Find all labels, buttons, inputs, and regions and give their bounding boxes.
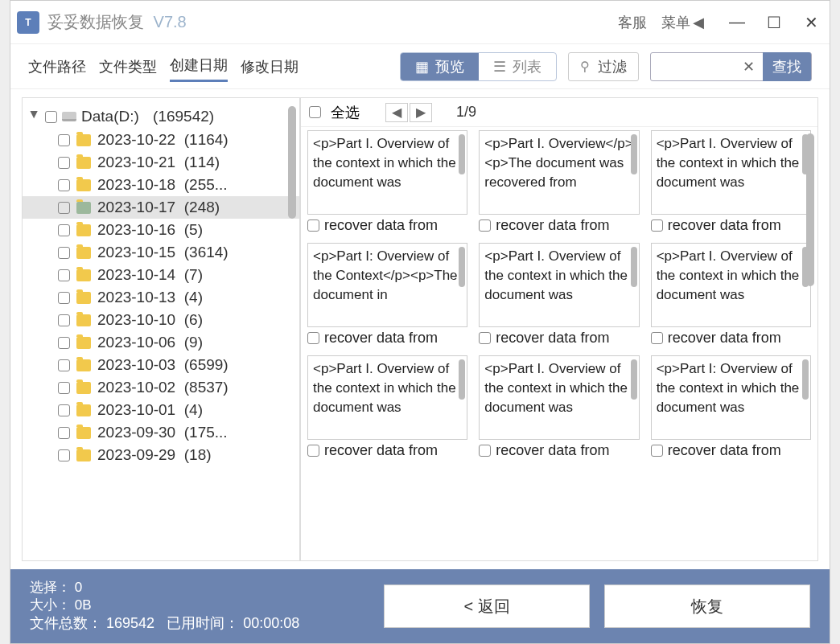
file-checkbox[interactable] [651, 445, 663, 457]
thumb-scrollbar[interactable] [631, 134, 637, 174]
file-card[interactable]: <p>Part I. Overview of the context in wh… [651, 243, 811, 349]
checkbox[interactable] [58, 247, 70, 259]
checkbox[interactable] [58, 337, 70, 349]
file-card[interactable]: <p>Part I: Overview of the Context</p><p… [307, 243, 467, 349]
file-checkbox[interactable] [651, 219, 663, 232]
file-checkbox[interactable] [307, 445, 319, 457]
tab-file-path[interactable]: 文件路径 [28, 52, 86, 81]
checkbox[interactable] [45, 111, 57, 123]
tab-create-date[interactable]: 创建日期 [170, 51, 228, 82]
file-checkbox[interactable] [479, 219, 491, 232]
footer: 选择： 0 大小： 0B 文件总数： 169542 已用时间： 00:00:08… [10, 569, 830, 643]
folder-node[interactable]: 2023-10-10 (6) [23, 309, 299, 331]
grid-scrollbar[interactable] [806, 133, 814, 286]
checkbox[interactable] [58, 269, 70, 281]
main-panel: 全选 ◀ ▶ 1/9 <p>Part I. Overview of the co… [300, 97, 818, 561]
file-preview: <p>Part I. Overview of the context in wh… [479, 243, 639, 327]
drive-node[interactable]: ▶ Data(D:) (169542) [23, 105, 299, 129]
folder-node[interactable]: 2023-10-21 (114) [23, 151, 299, 174]
filter-icon: ⚲ [580, 59, 590, 74]
folder-node[interactable]: 2023-09-29 (18) [23, 444, 299, 466]
folder-icon [76, 449, 91, 461]
thumb-scrollbar[interactable] [459, 247, 465, 287]
checkbox[interactable] [58, 359, 70, 371]
folder-icon [76, 292, 91, 304]
folder-node[interactable]: 2023-10-01 (4) [23, 399, 299, 421]
close-button[interactable]: ✕ [793, 4, 830, 41]
folder-node[interactable]: 2023-10-16 (5) [23, 219, 299, 241]
checkbox[interactable] [58, 202, 70, 214]
tab-modify-date[interactable]: 修改日期 [241, 52, 299, 81]
folder-node[interactable]: 2023-10-13 (4) [23, 286, 299, 309]
maximize-button[interactable]: ☐ [756, 4, 793, 41]
folder-icon [76, 337, 91, 349]
checkbox[interactable] [58, 314, 70, 326]
checkbox[interactable] [58, 404, 70, 416]
checkbox[interactable] [58, 427, 70, 439]
file-name: recover data from [324, 442, 438, 459]
grid-icon: ▦ [415, 58, 429, 76]
preview-view-button[interactable]: ▦预览 [401, 53, 479, 80]
thumb-scrollbar[interactable] [802, 359, 809, 400]
folder-label: 2023-10-10 (6) [97, 311, 203, 329]
folder-node[interactable]: 2023-10-15 (3614) [23, 241, 299, 264]
checkbox[interactable] [58, 134, 70, 146]
folder-label: 2023-10-16 (5) [97, 221, 203, 239]
folder-node[interactable]: 2023-10-06 (9) [23, 331, 299, 354]
clear-search-icon[interactable]: ✕ [735, 58, 763, 76]
app-title: 妥妥数据恢复 V7.8 [47, 11, 187, 33]
checkbox[interactable] [58, 224, 70, 236]
thumb-scrollbar[interactable] [459, 134, 465, 174]
checkbox[interactable] [58, 449, 70, 461]
menu-dropdown[interactable]: 菜单▶ [661, 13, 704, 32]
folder-label: 2023-10-06 (9) [97, 334, 203, 351]
folder-node[interactable]: 2023-10-14 (7) [23, 264, 299, 286]
file-checkbox[interactable] [307, 219, 319, 232]
file-preview: <p>Part I. Overview of the context in wh… [307, 355, 467, 440]
search-button[interactable]: 查找 [763, 52, 811, 81]
file-checkbox[interactable] [479, 445, 491, 457]
recover-button[interactable]: 恢复 [604, 585, 810, 628]
file-checkbox[interactable] [651, 332, 663, 344]
checkbox[interactable] [58, 292, 70, 304]
sidebar-scrollbar[interactable] [288, 106, 296, 219]
file-card[interactable]: <p>Part I. Overview of the context in wh… [479, 243, 639, 349]
app-logo: T [17, 11, 39, 34]
file-card[interactable]: <p>Part I: Overview of the context in wh… [651, 355, 811, 461]
filter-button[interactable]: ⚲过滤 [568, 52, 639, 81]
thumb-scrollbar[interactable] [631, 359, 637, 400]
checkbox[interactable] [58, 157, 70, 169]
folder-label: 2023-10-13 (4) [97, 289, 203, 306]
search-input[interactable] [651, 56, 735, 77]
customer-service-link[interactable]: 客服 [618, 13, 647, 32]
folder-icon [76, 427, 91, 439]
file-card[interactable]: <p>Part I. Overview</p><p>The document w… [479, 130, 639, 236]
file-card[interactable]: <p>Part I. Overview of the context in wh… [307, 130, 467, 236]
file-card[interactable]: <p>Part I. Overview of the context in wh… [651, 130, 811, 236]
file-checkbox[interactable] [479, 332, 491, 344]
search-box: ✕ 查找 [650, 52, 812, 81]
prev-page-button[interactable]: ◀ [385, 103, 408, 122]
file-name: recover data from [496, 442, 609, 459]
select-all-checkbox[interactable] [309, 106, 321, 118]
minimize-button[interactable]: — [719, 4, 756, 41]
folder-icon [76, 247, 91, 259]
tab-file-type[interactable]: 文件类型 [99, 52, 157, 81]
file-card[interactable]: <p>Part I. Overview of the context in wh… [307, 355, 467, 461]
folder-label: 2023-10-18 (255... [97, 176, 228, 194]
folder-node[interactable]: 2023-10-22 (1164) [23, 129, 299, 151]
next-page-button[interactable]: ▶ [410, 103, 432, 122]
folder-node[interactable]: 2023-10-03 (6599) [23, 354, 299, 376]
folder-node[interactable]: 2023-10-17 (248) [23, 196, 299, 219]
folder-node[interactable]: 2023-10-18 (255... [23, 174, 299, 196]
back-button[interactable]: < 返回 [384, 585, 590, 628]
thumb-scrollbar[interactable] [631, 247, 637, 287]
file-checkbox[interactable] [307, 332, 319, 344]
file-card[interactable]: <p>Part I. Overview of the context in wh… [479, 355, 639, 461]
list-view-button[interactable]: ☰列表 [479, 53, 556, 80]
folder-node[interactable]: 2023-09-30 (175... [23, 421, 299, 444]
checkbox[interactable] [58, 179, 70, 191]
checkbox[interactable] [58, 382, 70, 394]
folder-node[interactable]: 2023-10-02 (8537) [23, 376, 299, 399]
thumb-scrollbar[interactable] [459, 359, 465, 400]
